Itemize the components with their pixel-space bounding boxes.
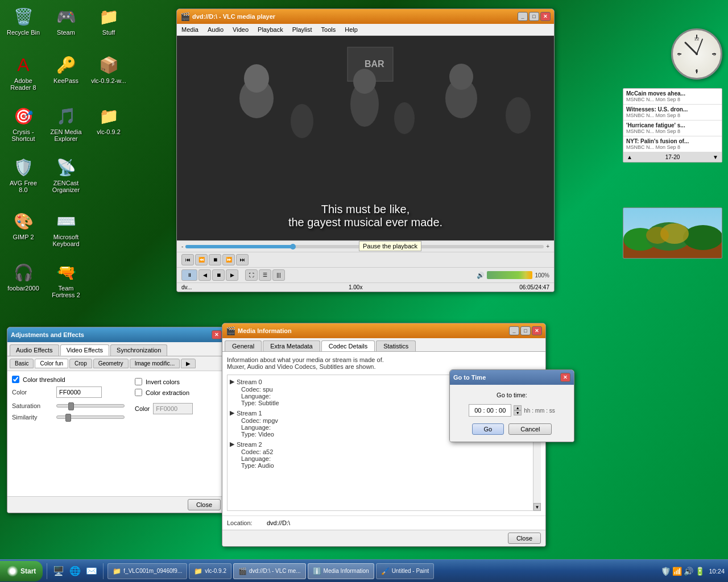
- news-prev-icon[interactable]: ▲: [627, 154, 632, 160]
- extended-button[interactable]: |||: [272, 269, 285, 281]
- svg-text:BAR: BAR: [365, 59, 384, 69]
- volume-bar[interactable]: [487, 271, 532, 279]
- time-input[interactable]: [469, 404, 511, 417]
- desktop-icon-keepass[interactable]: 🔑 KeePass: [46, 51, 86, 86]
- svg-point-26: [449, 64, 473, 90]
- desktop-icon-tf2[interactable]: 🔫 Team Fortress 2: [46, 259, 86, 301]
- ql-browser[interactable]: 🌐: [68, 564, 82, 579]
- scroll-down-button[interactable]: ▼: [533, 503, 541, 511]
- tab-statistics[interactable]: Statistics: [376, 340, 416, 351]
- taskbar-file-explorer[interactable]: 📁 f_VLC001m_09460f9...: [107, 563, 187, 579]
- fullscreen-button[interactable]: ⛶: [245, 269, 258, 281]
- stop-small-button[interactable]: ⏹: [212, 269, 225, 281]
- media-info-tabs: General Extra Metadata Codec Details Sta…: [222, 338, 545, 352]
- taskbar-vlc-dir[interactable]: 📁 vlc-0.9.2: [189, 563, 231, 579]
- adj-close-button[interactable]: ✕: [212, 330, 222, 339]
- goto-body: Go to time: ▲ ▼ hh : mm : ss Go Cancel: [450, 385, 574, 442]
- prev-media-button[interactable]: ⏮: [181, 254, 194, 265]
- prev-frame-button[interactable]: ◀: [198, 269, 211, 281]
- saturation-slider[interactable]: [56, 404, 125, 408]
- news-next-icon[interactable]: ▼: [713, 154, 718, 160]
- color-input[interactable]: [56, 386, 102, 398]
- vlc-controls-row2: ⏸ ◀ ⏹ ▶ ⛶ ☰ ||| 🔊 100% Pause the playbac…: [177, 267, 554, 282]
- media-info-controls: _ □ ✕: [509, 326, 542, 335]
- adj-close-btn[interactable]: Close: [188, 499, 221, 510]
- keepass-label: KeePass: [53, 77, 78, 84]
- taskbar-paint[interactable]: 🖌️ Untitled - Paint: [376, 563, 435, 579]
- svg-point-28: [394, 102, 415, 134]
- tab-audio-effects[interactable]: Audio Effects: [10, 344, 59, 356]
- media-info-maximize[interactable]: □: [520, 326, 531, 335]
- desktop-icon-foobar[interactable]: 🎧 foobar2000: [3, 259, 44, 294]
- menu-video[interactable]: Video: [228, 25, 253, 34]
- start-button[interactable]: Start: [0, 561, 43, 581]
- desktop-icon-crysis[interactable]: 🎯 Crysis - Shortcut: [3, 102, 44, 144]
- news-item-1[interactable]: McCain moves ahea... MSNBC N... Mon Sep …: [623, 89, 722, 105]
- saturation-label: Saturation: [12, 402, 52, 409]
- media-info-minimize[interactable]: _: [509, 326, 519, 335]
- desktop-icon-7zip[interactable]: 📦 vlc-0.9.2-w...: [88, 51, 129, 86]
- news-item-4[interactable]: NYT: Palin's fusion of... MSNBC N... Mon…: [623, 136, 722, 152]
- saturation-thumb[interactable]: [68, 402, 74, 410]
- media-info-close-btn[interactable]: ✕: [532, 326, 542, 335]
- desktop-icon-zencast[interactable]: 📡 ZENCast Organizer: [46, 153, 86, 196]
- next-media-button[interactable]: ⏭: [236, 254, 249, 265]
- desktop-icon-steam[interactable]: 🎮 Steam: [46, 3, 86, 38]
- desktop-icon-ms-keyboard[interactable]: ⌨️ Microsoft Keyboard: [46, 207, 86, 250]
- go-button[interactable]: Go: [472, 423, 504, 435]
- menu-media[interactable]: Media: [177, 25, 203, 34]
- color-extraction-checkbox[interactable]: [135, 389, 142, 396]
- subtab-basic[interactable]: Basic: [10, 359, 34, 368]
- vlc-maximize-button[interactable]: □: [529, 12, 539, 21]
- desktop-icon-adobe[interactable]: A Adobe Reader 8: [3, 51, 44, 93]
- vlc-minimize-button[interactable]: _: [518, 12, 528, 21]
- next-frame-button[interactable]: ▶: [226, 269, 238, 281]
- menu-playback[interactable]: Playback: [253, 25, 288, 34]
- time-spin-down[interactable]: ▼: [514, 410, 522, 415]
- color-threshold-checkbox[interactable]: [12, 376, 19, 383]
- pause-button[interactable]: ⏸: [181, 269, 197, 281]
- tab-extra-metadata[interactable]: Extra Metadata: [263, 340, 320, 351]
- desktop-icon-vlc-folder[interactable]: 📁 vlc-0.9.2: [88, 102, 129, 138]
- ql-show-desktop[interactable]: 🖥️: [51, 564, 66, 579]
- stop-button[interactable]: ⏹: [209, 254, 221, 265]
- taskbar-vlc-player[interactable]: 🎬 dvd://D:\ - VLC me...: [233, 563, 306, 579]
- taskbar-media-info[interactable]: ℹ️ Media Information: [308, 563, 374, 579]
- news-item-3[interactable]: 'Hurricane fatigue' s... MSNBC N... Mon …: [623, 120, 722, 136]
- subtab-geometry[interactable]: Geometry: [93, 359, 129, 368]
- menu-help[interactable]: Help: [340, 25, 362, 34]
- subtab-more[interactable]: ▶: [181, 359, 196, 368]
- similarity-slider[interactable]: [56, 415, 125, 419]
- subtab-crop[interactable]: Crop: [69, 359, 92, 368]
- news-item-2[interactable]: Witnesses: U.S. dron... MSNBC N... Mon S…: [623, 105, 722, 120]
- subtab-color-fun[interactable]: Color fun: [35, 359, 68, 368]
- desktop-icon-recycle-bin[interactable]: 🗑️ Recycle Bin: [3, 3, 44, 38]
- playlist-button[interactable]: ☰: [259, 269, 271, 281]
- menu-tools[interactable]: Tools: [317, 25, 341, 34]
- tab-synchronization[interactable]: Synchronization: [110, 344, 167, 356]
- media-info-close-button[interactable]: Close: [508, 533, 541, 544]
- right-color-input[interactable]: [153, 403, 193, 414]
- rewind-button[interactable]: ⏪: [195, 254, 208, 265]
- forward-button[interactable]: ⏩: [222, 254, 235, 265]
- time-spin-up[interactable]: ▲: [514, 405, 522, 410]
- ql-email[interactable]: ✉️: [84, 564, 99, 579]
- desktop-icon-zen-media[interactable]: 🎵 ZEN Media Explorer: [46, 102, 86, 144]
- cancel-button[interactable]: Cancel: [508, 423, 552, 435]
- seek-thumb[interactable]: [290, 244, 296, 250]
- menu-audio[interactable]: Audio: [203, 25, 228, 34]
- invert-colors-checkbox[interactable]: [135, 378, 142, 385]
- desktop-icon-gimp[interactable]: 🎨 GIMP 2: [3, 207, 44, 243]
- goto-close-button[interactable]: ✕: [560, 373, 570, 382]
- tab-codec-details[interactable]: Codec Details: [321, 340, 375, 351]
- tab-video-effects[interactable]: Video Effects: [60, 344, 109, 356]
- similarity-thumb[interactable]: [65, 414, 71, 422]
- desktop-icon-stuff[interactable]: 📁 Stuff: [88, 3, 129, 38]
- adj-content: Color threshold Color Saturation Similar…: [7, 371, 225, 496]
- tab-general[interactable]: General: [225, 340, 262, 351]
- menu-playlist[interactable]: Playlist: [288, 25, 317, 34]
- vlc-close-button[interactable]: ✕: [540, 12, 551, 21]
- desktop-icon-avg[interactable]: 🛡️ AVG Free 8.0: [3, 153, 44, 196]
- subtab-image-modif[interactable]: Image modific...: [130, 359, 180, 368]
- vlc-video-area[interactable]: BAR This must be like, the gayest musica…: [177, 36, 554, 240]
